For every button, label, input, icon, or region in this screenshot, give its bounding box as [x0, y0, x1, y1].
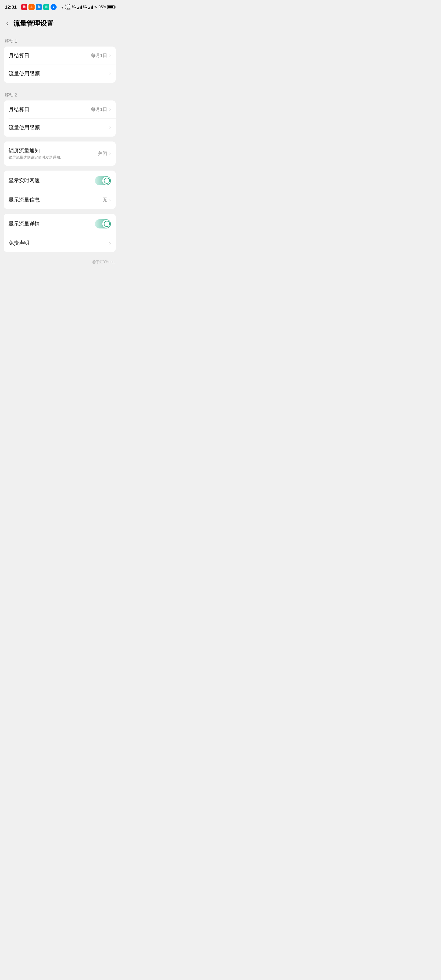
row-title-monthly-1: 月结算日	[9, 52, 91, 59]
card-traffic-details: 显示流量详情 免责声明 ›	[4, 214, 116, 252]
watermark: @宇虹YHong	[0, 257, 119, 269]
toggle-circle	[104, 178, 110, 184]
row-show-realtime-speed[interactable]: 显示实时网速	[4, 170, 116, 191]
chevron-icon: ›	[109, 52, 111, 59]
row-lockscreen-notification[interactable]: 锁屏流量通知 锁屏流量达到设定值时发送通知。 关闭 ›	[4, 142, 116, 166]
row-right-traffic-info: 无 ›	[103, 197, 111, 203]
row-title-monthly-2: 月结算日	[9, 106, 91, 113]
chevron-icon: ›	[109, 197, 111, 203]
card-mobile2: 月结算日 每月1日 › 流量使用限额 ›	[4, 100, 116, 137]
row-monthly-billing-2[interactable]: 月结算日 每月1日 ›	[4, 100, 116, 119]
signal-bars-2	[88, 5, 93, 9]
row-right-limit-1: ›	[109, 70, 111, 77]
autohome-icon: 车	[29, 4, 35, 10]
row-right-speed	[95, 176, 111, 185]
chevron-icon: ›	[109, 150, 111, 157]
signal-5g-1: 5G	[72, 5, 76, 9]
row-right-monthly-1: 每月1日 ›	[91, 52, 111, 59]
chevron-icon: ›	[109, 240, 111, 246]
battery-icon	[107, 5, 115, 9]
card-lockscreen-notification: 锁屏流量通知 锁屏流量达到设定值时发送通知。 关闭 ›	[4, 142, 116, 166]
back-button[interactable]: ‹	[5, 18, 10, 29]
traffic-info-value: 无	[103, 197, 107, 203]
monthly-value-1: 每月1日	[91, 52, 107, 59]
network-speed: 4.10KB/s	[65, 4, 70, 10]
zhihu-icon: 知	[36, 4, 42, 10]
lockscreen-value: 关闭	[98, 151, 107, 156]
row-subtitle-lockscreen: 锁屏流量达到设定值时发送通知。	[9, 155, 98, 160]
section-label-mobile1: 移动 1	[0, 34, 119, 46]
status-app-icons: 微 车 知 苗 ●	[21, 4, 57, 10]
status-bar: 12:31 微 车 知 苗 ● ⁎ 4.10KB/s 5G 5G ∿ 95%	[0, 0, 119, 12]
card-display-speed: 显示实时网速 显示流量信息 无 ›	[4, 170, 116, 209]
chevron-icon: ›	[109, 70, 111, 77]
row-show-traffic-info[interactable]: 显示流量信息 无 ›	[4, 191, 116, 209]
toggle-circle	[104, 221, 110, 227]
monthly-value-2: 每月1日	[91, 107, 107, 112]
row-right-limit-2: ›	[109, 124, 111, 131]
signal-5g-2: 5G	[83, 5, 87, 9]
row-title-traffic-details: 显示流量详情	[9, 220, 95, 227]
card-mobile1: 月结算日 每月1日 › 流量使用限额 ›	[4, 46, 116, 83]
signal-bars-1	[77, 5, 82, 9]
status-right: ⁎ 4.10KB/s 5G 5G ∿ 95%	[61, 4, 115, 10]
row-title-limit-2: 流量使用限额	[9, 124, 109, 131]
toggle-realtime-speed[interactable]	[95, 176, 111, 185]
battery-percent: 95%	[99, 5, 106, 9]
row-right-traffic-details	[95, 219, 111, 229]
row-title-limit-1: 流量使用限额	[9, 70, 109, 77]
row-title-traffic-info: 显示流量信息	[9, 196, 103, 204]
row-show-traffic-details[interactable]: 显示流量详情	[4, 214, 116, 234]
row-right-disclaimer: ›	[109, 240, 111, 246]
row-monthly-billing-1[interactable]: 月结算日 每月1日 ›	[4, 46, 116, 65]
chevron-icon: ›	[109, 106, 111, 113]
row-data-limit-1[interactable]: 流量使用限额 ›	[4, 65, 116, 83]
row-data-limit-2[interactable]: 流量使用限额 ›	[4, 119, 116, 137]
row-title-speed: 显示实时网速	[9, 177, 95, 184]
chevron-icon: ›	[109, 124, 111, 131]
bluetooth-icon: ⁎	[61, 5, 64, 9]
toggle-traffic-details[interactable]	[95, 219, 111, 229]
page-header: ‹ 流量管理设置	[0, 12, 119, 34]
wifi-icon: ∿	[94, 5, 97, 9]
row-right-monthly-2: 每月1日 ›	[91, 106, 111, 113]
blue-circle-icon: ●	[51, 4, 57, 10]
row-title-disclaimer: 免责声明	[9, 240, 109, 247]
status-time: 12:31	[5, 4, 16, 10]
row-right-lockscreen: 关闭 ›	[98, 150, 111, 157]
row-title-lockscreen: 锁屏流量通知	[9, 147, 98, 154]
section-label-mobile2: 移动 2	[0, 88, 119, 100]
page-title: 流量管理设置	[13, 19, 54, 28]
miaoya-icon: 苗	[43, 4, 49, 10]
row-disclaimer[interactable]: 免责声明 ›	[4, 234, 116, 252]
weibo-icon: 微	[21, 4, 27, 10]
